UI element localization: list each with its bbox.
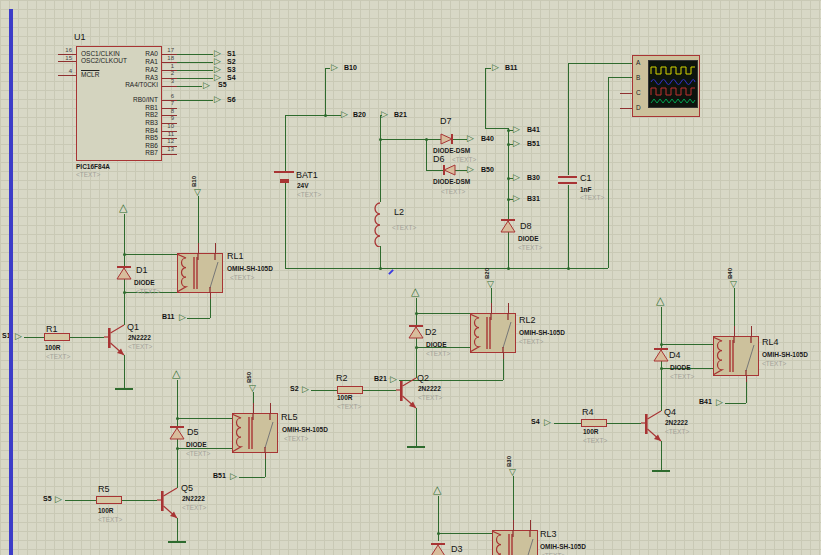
terminal-arrow-B41[interactable]: ▷ — [513, 125, 520, 134]
pin-stub[interactable] — [162, 115, 177, 116]
ref-label[interactable]: D2 — [425, 328, 437, 338]
val-label[interactable]: DIODE — [186, 441, 207, 448]
terminal-arrow-B51[interactable]: ▷ — [513, 139, 520, 148]
val-label[interactable]: 2N2222 — [128, 334, 151, 341]
wire[interactable] — [198, 196, 199, 243]
val-label[interactable]: DIODE — [670, 364, 691, 371]
ref-label[interactable]: BAT1 — [296, 171, 318, 181]
pin-label[interactable]: C — [636, 89, 641, 96]
num-label[interactable]: 17 — [167, 47, 174, 54]
val-label[interactable]: OMIH-SH-105D — [227, 265, 273, 272]
wire[interactable] — [239, 477, 265, 478]
538[interactable] — [9, 9, 13, 555]
wire[interactable] — [122, 500, 157, 501]
pin-stub[interactable] — [162, 154, 177, 155]
ghost-label[interactable]: <TEXT> — [182, 504, 206, 511]
wire[interactable] — [177, 418, 232, 419]
wire[interactable] — [285, 115, 341, 116]
pin-stub[interactable] — [734, 326, 735, 336]
diode-D2[interactable] — [405, 324, 427, 340]
resistor-R2[interactable] — [337, 386, 363, 394]
terminal-arrow-B21[interactable]: ▷ — [381, 110, 388, 119]
diode-D3[interactable] — [427, 542, 449, 555]
ghost-label[interactable]: <TEXT> — [46, 353, 70, 360]
wire[interactable] — [177, 86, 202, 87]
wire[interactable] — [177, 62, 213, 63]
terminal-arrow-B50-in[interactable]: ▽ — [249, 384, 256, 393]
pin-label[interactable]: D — [636, 104, 641, 111]
ghost-label[interactable]: <TEXT> — [98, 516, 122, 523]
resistor-R4[interactable] — [581, 419, 607, 427]
pin-stub[interactable] — [253, 403, 254, 413]
num-label[interactable]: 7 — [171, 100, 174, 107]
ghost-label[interactable]: <TEXT> — [297, 191, 321, 198]
wire[interactable] — [568, 63, 632, 64]
wire[interactable] — [285, 115, 286, 171]
terminal-arrow-B30[interactable]: ▷ — [513, 173, 520, 182]
ref-label[interactable]: D4 — [669, 351, 681, 361]
net-label[interactable]: B11 — [505, 64, 517, 72]
power-arrow-icon[interactable]: △ — [656, 295, 664, 306]
ghost-label[interactable]: <TEXT> — [583, 437, 607, 444]
pin-stub[interactable] — [162, 108, 177, 109]
net-label[interactable]: B50 — [481, 166, 494, 174]
num-label[interactable]: 9 — [171, 115, 174, 122]
wire[interactable] — [734, 288, 735, 326]
net-label[interactable]: S1 — [227, 50, 236, 58]
val-label[interactable]: 1nF — [580, 186, 592, 193]
ref-label[interactable]: C1 — [580, 174, 592, 184]
wire[interactable] — [380, 115, 381, 202]
wire[interactable] — [438, 533, 492, 534]
ghost-label[interactable]: <TEXT> — [128, 343, 152, 350]
ghost-label[interactable]: <TEXT> — [136, 288, 160, 295]
net-label[interactable]: S6 — [227, 96, 236, 104]
vnet-label[interactable]: B40 — [727, 268, 734, 279]
num-label[interactable]: 18 — [167, 55, 174, 62]
pin-label[interactable]: RB2 — [145, 111, 158, 118]
ref-label[interactable]: RL3 — [540, 530, 557, 540]
ghost-label[interactable]: <TEXT> — [518, 244, 542, 251]
wire[interactable] — [491, 288, 492, 303]
power-arrow-icon[interactable]: △ — [172, 368, 180, 379]
val-label[interactable]: PIC16F84A — [76, 163, 110, 170]
num-label[interactable]: 12 — [167, 138, 174, 145]
ref-label[interactable]: D6 — [433, 155, 445, 165]
pin-stub[interactable] — [620, 108, 632, 109]
net-label[interactable]: B51 — [213, 472, 226, 480]
terminal-arrow-B40[interactable]: ▷ — [467, 134, 474, 143]
ref-label[interactable]: Q4 — [664, 408, 676, 418]
num-label[interactable]: 1 — [171, 63, 174, 70]
val-label[interactable]: DIODE-DSM — [433, 178, 470, 185]
vnet-label[interactable]: B50 — [246, 372, 253, 383]
net-label[interactable]: B40 — [481, 135, 494, 143]
wire[interactable] — [187, 318, 210, 319]
wire[interactable] — [380, 246, 381, 268]
wire[interactable] — [416, 408, 417, 446]
wire[interactable] — [325, 68, 330, 69]
ref-label[interactable]: R1 — [46, 325, 58, 335]
diode-D8[interactable] — [497, 218, 519, 234]
wire[interactable] — [661, 344, 713, 345]
wire[interactable] — [177, 54, 213, 55]
num-label[interactable]: 10 — [167, 123, 174, 130]
num-label[interactable]: 16 — [65, 47, 72, 54]
pin-label[interactable]: OSC2/CLKOUT — [81, 57, 127, 64]
ghost-label[interactable]: <TEXT> — [230, 274, 254, 281]
val-label[interactable]: 2N2222 — [665, 419, 688, 426]
net-label[interactable]: B30 — [527, 174, 540, 182]
net-label[interactable]: S2 — [227, 58, 236, 66]
net-label[interactable]: B10 — [344, 64, 357, 72]
pin-stub[interactable] — [503, 353, 504, 359]
terminal-arrow-B41-out[interactable]: ▷ — [716, 398, 723, 407]
ref-label[interactable]: D1 — [136, 266, 148, 276]
pin-stub[interactable] — [58, 75, 76, 76]
ghost-label[interactable]: <TEXT> — [580, 194, 604, 201]
val-label[interactable]: 2N2222 — [182, 495, 205, 502]
transistor-Q4[interactable] — [641, 409, 663, 443]
diode-D6[interactable] — [440, 163, 458, 177]
terminal-arrow-S2-in[interactable]: ▷ — [302, 385, 309, 394]
pin-stub[interactable] — [751, 326, 752, 336]
pin-label[interactable]: RA2 — [145, 66, 158, 73]
pin-stub[interactable] — [210, 293, 211, 299]
pin-stub[interactable] — [746, 376, 747, 382]
